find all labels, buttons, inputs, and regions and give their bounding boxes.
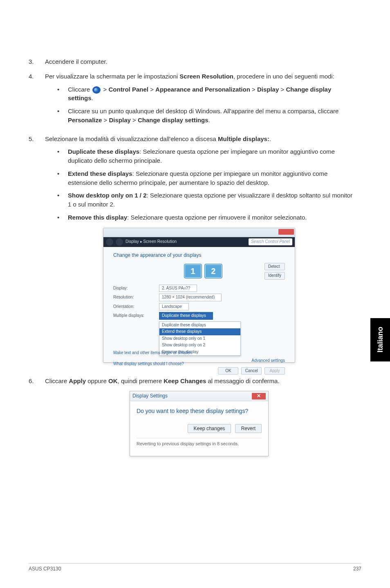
step-3: 3. Accendere il computer. [29,57,353,66]
link-text-size[interactable]: Make text and other items larger or smal… [113,350,285,356]
step-num: 6. [29,377,45,457]
resolution-label: Resolution: [113,294,154,301]
footer-page-number: 237 [353,566,361,572]
step4-sub2: • Cliccare su un punto qualunque del des… [57,107,353,125]
cancel-button[interactable]: Cancel [241,367,262,375]
dialog-question: Do you want to keep these display settin… [137,407,262,415]
language-tab: Italiano [370,318,390,361]
step-num: 4. [29,72,45,129]
step-text: Cliccare Apply oppure OK, quindi premere… [45,377,353,457]
dropdown-option[interactable]: Duplicate these displays [159,322,240,329]
dialog-countdown: Reverting to previous display settings i… [137,438,262,447]
page-footer: ASUS CP3130 237 [29,563,361,572]
display-select[interactable]: 2. ASUS PAও?? [159,285,197,292]
close-icon[interactable] [278,229,294,235]
step-4: 4. Per visualizzare la schermata per le … [29,72,353,129]
step5-opt3: • Show desktop only on 1 / 2: Selezionar… [57,191,353,209]
step5-opt2: • Extend these displays: Selezionare que… [57,169,353,187]
step-intro: Selezionare la modalità di visualizzazio… [45,135,353,144]
breadcrumb[interactable]: Display ▸ Screen Resolution [126,239,177,245]
monitor-preview[interactable]: 1 2 [184,264,222,278]
search-input[interactable]: Search Control Panel [249,238,292,245]
apply-button[interactable]: Apply [264,367,285,375]
step-text: Accendere il computer. [45,57,353,66]
dropdown-option[interactable]: Show desktop only on 2 [159,342,240,349]
step4-sub1: • Cliccare > Control Panel > Appearance … [57,85,353,103]
detect-button[interactable]: Detect [264,263,285,271]
nav-back-icon[interactable] [106,238,113,246]
step5-opt1: • Duplicate these displays: Selezionare … [57,147,353,165]
identify-button[interactable]: Identify [264,272,285,280]
window-titlebar [103,228,295,237]
step-6: 6. Cliccare Apply oppure OK, quindi prem… [29,377,353,457]
orientation-select[interactable]: Landscape [159,303,189,311]
display-label: Display: [113,285,154,292]
multiple-displays-select[interactable]: Duplicate these displays [159,312,213,320]
multiple-displays-label: Multiple displays: [113,313,154,319]
page-title: Change the appearance of your displays [113,252,285,259]
revert-button[interactable]: Revert [235,424,262,433]
nav-forward-icon[interactable] [116,238,123,246]
keep-changes-button[interactable]: Keep changes [188,424,231,433]
step-5: 5. Selezionare la modalità di visualizza… [29,135,353,371]
step-intro: Per visualizzare la schermata per le imp… [45,72,353,81]
dialog-title: Display Settings [132,393,168,399]
dropdown-option[interactable]: Show desktop only on 1 [159,335,240,342]
resolution-select[interactable]: 1280 × 1024 (recommended) [159,294,222,301]
monitor-1-icon[interactable]: 1 [184,264,202,278]
step-num: 3. [29,57,45,66]
close-icon[interactable]: ✕ [252,393,266,399]
step-num: 5. [29,135,45,371]
display-settings-dialog: Display Settings ✕ Do you want to keep t… [130,391,269,456]
ok-button[interactable]: OK [218,367,238,375]
monitor-2-icon[interactable]: 2 [204,264,222,278]
window-nav: Display ▸ Screen Resolution Search Contr… [103,237,295,247]
orientation-label: Orientation: [113,304,154,310]
footer-product: ASUS CP3130 [29,566,61,572]
screen-resolution-window: Display ▸ Screen Resolution Search Contr… [103,228,295,363]
dropdown-option[interactable]: Extend these displays [159,328,240,335]
step5-opt4: • Remove this display: Selezionare quest… [57,213,353,222]
start-orb-icon [92,86,101,94]
